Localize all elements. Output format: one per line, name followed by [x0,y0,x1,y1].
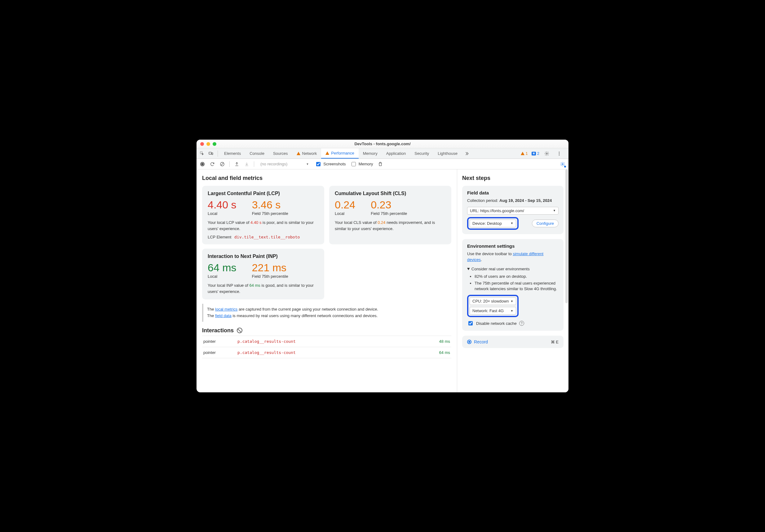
lcp-field-label: Field 75th percentile [252,211,288,216]
tab-console[interactable]: Console [245,148,269,158]
svg-rect-1 [209,152,211,154]
record-button[interactable] [200,161,205,167]
screenshots-checkbox-input[interactable] [316,162,321,166]
screenshots-label: Screenshots [323,162,346,166]
cpu-throttle-value: CPU: 20× slowdown [472,299,509,304]
clear-interactions-icon[interactable] [237,328,243,333]
next-steps-heading: Next steps [462,175,563,181]
lcp-local-label: Local [208,211,237,216]
interaction-type: pointer [202,347,236,358]
cls-card: Cumulative Layout Shift (CLS) 0.24 Local… [329,186,451,244]
messages-badge[interactable]: 2 [531,151,539,156]
scrollbar[interactable] [565,169,568,303]
inp-field-value: 221 ms [252,262,288,273]
capture-settings-gear-icon[interactable] [560,161,565,167]
inp-field-label: Field 75th percentile [252,274,288,279]
interaction-row[interactable]: pointerp.catalog__results-count48 ms [202,336,451,347]
cls-field-label: Field 75th percentile [371,211,407,216]
configure-button[interactable]: Configure [532,219,558,227]
svg-point-5 [559,153,560,154]
upload-profile-button[interactable] [234,161,240,167]
disable-cache-checkbox[interactable] [468,321,473,326]
svg-rect-2 [212,153,213,154]
network-throttle-dropdown[interactable]: Network: Fast 4G ▼ [469,307,516,315]
more-tabs-icon[interactable] [463,150,470,157]
interaction-time: 64 ms [426,347,451,358]
tab-performance[interactable]: Performance [321,148,358,158]
interactions-table: pointerp.catalog__results-count48 mspoin… [202,336,451,358]
separator [229,161,230,167]
field-data-link[interactable]: field data [215,313,232,318]
titlebar: DevTools - fonts.google.com/ [197,139,568,148]
garbage-collect-icon[interactable] [378,161,383,167]
device-dropdown[interactable]: Device: Desktop ▼ [469,219,516,227]
tab-label: Lighthouse [438,151,457,156]
env-bullet-2: The 75th percentile of real users experi… [474,281,558,292]
devtools-tabstrip: ElementsConsoleSourcesNetworkPerformance… [197,148,568,159]
cpu-throttle-dropdown[interactable]: CPU: 20× slowdown ▼ [469,297,516,305]
tab-network[interactable]: Network [292,148,322,158]
tab-label: Performance [331,151,354,155]
recordings-placeholder: (no recordings) [260,162,287,166]
warnings-count: 1 [526,151,528,156]
interaction-selector: p.catalog__results-count [236,336,426,347]
warnings-badge[interactable]: 1 [521,151,528,156]
close-window-button[interactable] [200,142,204,146]
download-profile-button[interactable] [244,161,250,167]
minimize-window-button[interactable] [207,142,210,146]
separator [218,150,218,157]
screenshots-checkbox[interactable]: Screenshots [315,161,346,167]
device-dropdown-highlight: Device: Desktop ▼ [467,217,518,230]
local-metrics-link[interactable]: local metrics [215,307,238,312]
device-dropdown-value: Device: Desktop [472,221,502,226]
recordings-select[interactable]: (no recordings) ▼ [259,161,311,167]
url-dropdown-value: URL: https://fonts.google.com/ [470,208,524,213]
warning-triangle-icon [297,152,300,155]
help-icon[interactable]: ? [519,321,524,326]
settings-gear-icon[interactable] [543,150,550,157]
url-dropdown[interactable]: URL: https://fonts.google.com/ ▼ [467,207,558,215]
reload-record-button[interactable] [210,161,215,167]
chevron-down-icon: ▼ [553,209,556,212]
cls-field-value: 0.23 [371,199,407,210]
svg-point-4 [559,152,560,153]
maximize-window-button[interactable] [213,142,216,146]
network-throttle-value: Network: Fast 4G [472,308,504,313]
env-details[interactable]: Consider real user environments 82% of u… [467,266,558,292]
interaction-row[interactable]: pointerp.catalog__results-count64 ms [202,347,451,358]
environment-card: Environment settings Use the device tool… [462,239,563,331]
tab-label: Security [414,151,429,156]
tab-memory[interactable]: Memory [359,148,382,158]
metrics-panel: Local and field metrics Largest Contentf… [197,169,457,393]
inp-local-label: Local [208,274,237,279]
tab-lighthouse[interactable]: Lighthouse [433,148,462,158]
tab-elements[interactable]: Elements [220,148,245,158]
record-action[interactable]: Record [467,339,488,344]
devtools-window: DevTools - fonts.google.com/ ElementsCon… [197,139,568,393]
env-title: Environment settings [467,243,558,249]
env-summary[interactable]: Consider real user environments [467,266,558,272]
more-menu-icon[interactable] [555,150,563,157]
lcp-element-label: LCP Element [208,235,231,239]
lcp-element-row[interactable]: LCP Element div.tile__text.tile__roboto [208,235,319,239]
inp-card: Interaction to Next Paint (INP) 64 ms Lo… [202,249,324,299]
lcp-title: Largest Contentful Paint (LCP) [208,191,319,196]
separator [254,161,254,167]
inspect-element-icon[interactable] [198,150,206,157]
clear-button[interactable] [220,161,225,167]
messages-count: 2 [537,151,539,156]
tab-label: Console [250,151,265,156]
inp-description: Your local INP value of 64 ms is good, a… [208,282,319,295]
env-hint: Use the device toolbar to simulate diffe… [467,251,558,263]
tab-label: Elements [224,151,241,156]
main-content: Local and field metrics Largest Contentf… [197,169,568,393]
env-bullet-1: 82% of users are on desktop. [474,274,558,279]
device-toolbar-icon[interactable] [207,150,215,157]
tab-security[interactable]: Security [410,148,433,158]
memory-checkbox[interactable]: Memory [350,161,373,167]
tab-application[interactable]: Application [382,148,410,158]
memory-checkbox-input[interactable] [352,162,356,166]
tab-sources[interactable]: Sources [269,148,292,158]
lcp-field-value: 3.46 s [252,199,288,210]
next-steps-panel: Next steps Field data Collection period:… [457,169,568,393]
